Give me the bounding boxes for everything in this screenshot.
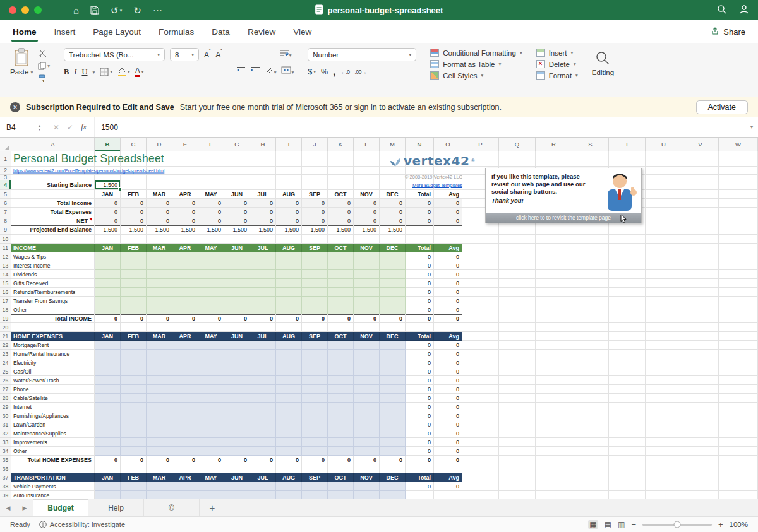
cell-I31[interactable]: [276, 420, 302, 429]
cell-J2[interactable]: [302, 167, 328, 175]
cell-B8[interactable]: 0: [95, 216, 121, 225]
cell-V13[interactable]: [682, 261, 719, 270]
cell-Q38[interactable]: [499, 482, 536, 491]
cell-E14[interactable]: [172, 270, 198, 279]
cell-U28[interactable]: [646, 394, 682, 403]
cell-F20[interactable]: [198, 323, 224, 332]
cell-J31[interactable]: [302, 420, 328, 429]
cell-D27[interactable]: [147, 385, 172, 394]
cell-N25[interactable]: 0: [406, 367, 434, 376]
cell-S24[interactable]: [572, 358, 609, 367]
format-as-table-button[interactable]: Format as Table▾: [430, 60, 522, 68]
col-header-M[interactable]: M: [380, 138, 406, 151]
cell-B11[interactable]: JAN: [95, 244, 121, 252]
cell-L5[interactable]: NOV: [354, 190, 380, 199]
cell-R26[interactable]: [536, 376, 572, 385]
col-header-A[interactable]: A: [11, 138, 95, 151]
cell-F28[interactable]: [198, 394, 224, 403]
cell-G15[interactable]: [224, 279, 250, 288]
cell-T17[interactable]: [609, 297, 646, 305]
cell-O25[interactable]: 0: [434, 367, 462, 376]
cell-H34[interactable]: [250, 447, 276, 456]
cell-B15[interactable]: [95, 279, 121, 288]
cell-K34[interactable]: [328, 447, 354, 456]
cell-R12[interactable]: [536, 252, 572, 261]
cell-F23[interactable]: [198, 350, 224, 358]
cell-G19[interactable]: 0: [224, 314, 250, 323]
close-button[interactable]: [9, 6, 16, 14]
cell-M8[interactable]: 0: [380, 216, 406, 225]
cell-A21[interactable]: HOME EXPENSES: [11, 332, 95, 341]
cell-N30[interactable]: 0: [406, 411, 434, 420]
cell-P20[interactable]: [462, 323, 499, 332]
align-bottom-icon[interactable]: [265, 48, 275, 59]
cell-A24[interactable]: Electricity: [11, 358, 95, 367]
cell-W3[interactable]: [719, 175, 758, 180]
cell-C13[interactable]: [121, 261, 147, 270]
cell-I4[interactable]: [276, 180, 302, 190]
cell-E20[interactable]: [172, 323, 198, 332]
cell-T23[interactable]: [609, 350, 646, 358]
cell-R36[interactable]: [536, 464, 572, 473]
cell-A14[interactable]: Dividends: [11, 270, 95, 279]
cell-P28[interactable]: [462, 394, 499, 403]
cell-C21[interactable]: FEB: [121, 332, 147, 341]
cell-J9[interactable]: 1,500: [302, 225, 328, 235]
cell-L33[interactable]: [354, 438, 380, 447]
cell-V3[interactable]: [682, 175, 719, 180]
cell-L7[interactable]: 0: [354, 208, 380, 216]
cell-G28[interactable]: [224, 394, 250, 403]
cell-F19[interactable]: 0: [198, 314, 224, 323]
cell-J25[interactable]: [302, 367, 328, 376]
cell-A39[interactable]: Auto Insurance: [11, 491, 95, 499]
cell-K37[interactable]: OCT: [328, 473, 354, 482]
cell-U6[interactable]: [646, 199, 682, 208]
cell-T27[interactable]: [609, 385, 646, 394]
cell-J13[interactable]: [302, 261, 328, 270]
cell-T31[interactable]: [609, 420, 646, 429]
cell-D35[interactable]: 0: [147, 456, 172, 464]
cell-W39[interactable]: [719, 491, 758, 499]
cell-I12[interactable]: [276, 252, 302, 261]
cell-H27[interactable]: [250, 385, 276, 394]
cell-W32[interactable]: [719, 429, 758, 438]
cell-F8[interactable]: 0: [198, 216, 224, 225]
cell-P13[interactable]: [462, 261, 499, 270]
cell-C30[interactable]: [121, 411, 147, 420]
cell-P33[interactable]: [462, 438, 499, 447]
cell-E5[interactable]: APR: [172, 190, 198, 199]
cell-N13[interactable]: 0: [406, 261, 434, 270]
cell-K22[interactable]: [328, 341, 354, 350]
cell-D8[interactable]: 0: [147, 216, 172, 225]
cell-G39[interactable]: [224, 491, 250, 499]
cell-O17[interactable]: 0: [434, 297, 462, 305]
font-color-button[interactable]: A▾: [135, 67, 144, 77]
cell-Q33[interactable]: [499, 438, 536, 447]
cell-K30[interactable]: [328, 411, 354, 420]
percent-format-button[interactable]: %: [321, 68, 328, 76]
cell-S22[interactable]: [572, 341, 609, 350]
cell-H39[interactable]: [250, 491, 276, 499]
cell-V2[interactable]: [682, 167, 719, 175]
col-header-D[interactable]: D: [147, 138, 172, 151]
cell-L32[interactable]: [354, 429, 380, 438]
cell-S14[interactable]: [572, 270, 609, 279]
cell-U30[interactable]: [646, 411, 682, 420]
cell-V16[interactable]: [682, 288, 719, 297]
copy-icon[interactable]: ▾: [38, 62, 50, 70]
save-icon[interactable]: [90, 6, 99, 15]
cell-Q13[interactable]: [499, 261, 536, 270]
cell-R29[interactable]: [536, 403, 572, 411]
cell-V39[interactable]: [682, 491, 719, 499]
cell-G11[interactable]: JUN: [224, 244, 250, 252]
cell-H35[interactable]: 0: [250, 456, 276, 464]
cell-M6[interactable]: 0: [380, 199, 406, 208]
cell-L34[interactable]: [354, 447, 380, 456]
col-header-K[interactable]: K: [328, 138, 354, 151]
cell-U18[interactable]: [646, 305, 682, 314]
col-header-E[interactable]: E: [172, 138, 198, 151]
cell-B4[interactable]: 1,500: [95, 180, 121, 190]
cell-P23[interactable]: [462, 350, 499, 358]
cell-B17[interactable]: [95, 297, 121, 305]
cell-J21[interactable]: SEP: [302, 332, 328, 341]
